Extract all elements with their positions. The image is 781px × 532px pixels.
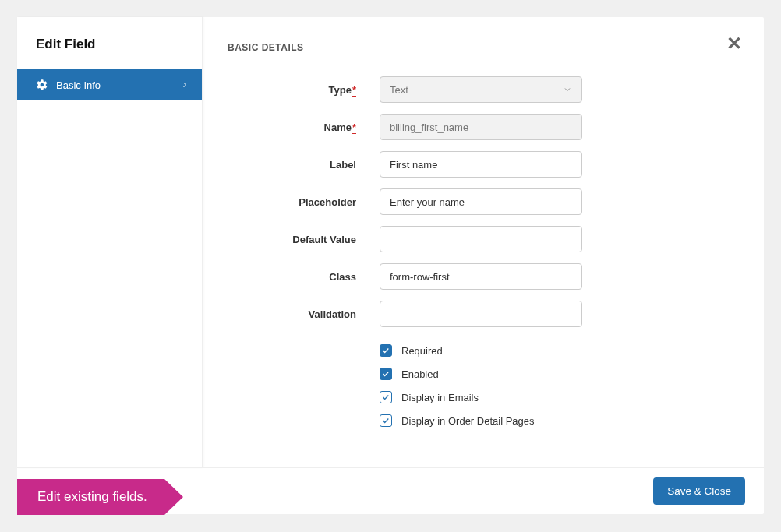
checkbox-box <box>380 414 392 427</box>
type-select[interactable]: Text <box>380 76 582 103</box>
chevron-right-icon <box>180 80 189 90</box>
row-validation: Validation <box>228 301 733 327</box>
checkbox-box <box>380 391 392 403</box>
content-pane: ✕ BASIC DETAILS Type* Text Name* <box>203 17 764 467</box>
chevron-down-icon <box>563 85 572 94</box>
row-name: Name* <box>228 114 733 140</box>
checkbox-box <box>380 368 392 380</box>
checkbox-box <box>380 344 392 357</box>
form-rows: Type* Text Name* Label <box>228 76 733 427</box>
label-class: Class <box>228 271 380 283</box>
row-class: Class <box>228 263 733 290</box>
row-placeholder: Placeholder <box>228 188 733 215</box>
sidebar-item-label: Basic Info <box>56 79 101 91</box>
placeholder-input[interactable] <box>380 188 582 215</box>
label-name: Name* <box>228 122 380 133</box>
checkbox-required[interactable]: Required <box>380 344 733 357</box>
sidebar-title: Edit Field <box>17 17 202 69</box>
modal-body: Edit Field Basic Info ✕ BASIC DETAILS Ty… <box>17 17 764 467</box>
caption-banner: Edit existing fields. <box>17 479 183 515</box>
required-marker: * <box>352 122 356 134</box>
gear-icon <box>36 79 48 91</box>
label-validation: Validation <box>228 308 380 320</box>
sidebar: Edit Field Basic Info <box>17 17 203 467</box>
sidebar-item-basic-info[interactable]: Basic Info <box>17 69 202 100</box>
edit-field-modal: Edit Field Basic Info ✕ BASIC DETAILS Ty… <box>17 17 764 514</box>
label-placeholder: Placeholder <box>228 196 380 208</box>
label-type: Type* <box>228 84 380 96</box>
checkbox-label: Display in Order Detail Pages <box>401 415 535 427</box>
label-input[interactable] <box>380 151 582 178</box>
section-heading: BASIC DETAILS <box>228 17 733 76</box>
name-input[interactable] <box>380 114 582 140</box>
row-default-value: Default Value <box>228 226 733 252</box>
row-label: Label <box>228 151 733 178</box>
label-label: Label <box>228 159 380 171</box>
type-select-value: Text <box>390 84 408 96</box>
close-icon[interactable]: ✕ <box>726 34 742 53</box>
class-input[interactable] <box>380 263 582 290</box>
checkbox-display-emails[interactable]: Display in Emails <box>380 391 733 403</box>
checkbox-label: Display in Emails <box>401 392 479 403</box>
checkbox-label: Enabled <box>401 368 439 380</box>
required-marker: * <box>352 84 356 97</box>
checkbox-enabled[interactable]: Enabled <box>380 368 733 380</box>
label-default-value: Default Value <box>228 234 380 245</box>
row-type: Type* Text <box>228 76 733 103</box>
validation-input[interactable] <box>380 301 582 327</box>
default-value-input[interactable] <box>380 226 582 252</box>
caption-text: Edit existing fields. <box>17 479 164 515</box>
checkbox-group: Required Enabled Display in Emails Displ… <box>380 344 733 427</box>
caption-arrow <box>164 479 183 515</box>
checkbox-display-order-pages[interactable]: Display in Order Detail Pages <box>380 414 733 427</box>
save-close-button[interactable]: Save & Close <box>653 477 745 505</box>
checkbox-label: Required <box>401 345 443 357</box>
